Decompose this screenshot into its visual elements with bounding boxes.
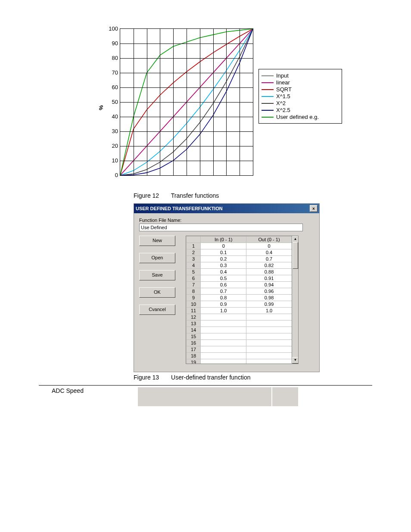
cell-in[interactable]: 0.4	[201, 269, 246, 275]
cell-in[interactable]: 0.5	[201, 275, 246, 282]
table-row[interactable]: 111.01.0	[187, 308, 292, 314]
scroll-up-icon[interactable]: ▲	[292, 236, 299, 243]
table-row[interactable]: 90.80.98	[187, 295, 292, 301]
table-row[interactable]: 60.50.91	[187, 275, 292, 282]
cell-in[interactable]: 0.8	[201, 295, 246, 301]
cell-out[interactable]	[246, 359, 292, 364]
cell-out[interactable]	[246, 340, 292, 346]
chart-y-axis-label: %	[98, 105, 104, 110]
scroll-down-icon[interactable]: ▼	[292, 357, 299, 364]
legend-label: Input	[276, 72, 289, 79]
table-row[interactable]: 70.60.94	[187, 282, 292, 288]
y-tick-label: 0	[103, 172, 118, 178]
table-row[interactable]: 20.10.4	[187, 249, 292, 256]
user-defined-transfer-dialog: USER DEFINED TRANSFERFUNKTION × Function…	[134, 203, 320, 372]
scroll-thumb[interactable]	[293, 242, 298, 269]
row-number: 10	[187, 301, 201, 308]
cell-out[interactable]: 0.82	[246, 262, 292, 269]
cell-in[interactable]: 0	[201, 243, 246, 249]
cell-in[interactable]: 0.1	[201, 249, 246, 256]
row-number: 15	[187, 333, 201, 340]
legend-label: linear	[276, 79, 290, 86]
cell-in[interactable]	[201, 340, 246, 346]
legend-item: X^1.5	[262, 93, 339, 100]
legend-label: SQRT	[276, 86, 292, 93]
new-button[interactable]: New	[139, 236, 175, 246]
close-button[interactable]: ×	[310, 205, 318, 212]
table-row[interactable]: 18	[187, 353, 292, 359]
cell-in[interactable]	[201, 333, 246, 340]
function-file-name-input[interactable]	[139, 224, 303, 231]
table-row[interactable]: 14	[187, 327, 292, 333]
y-tick-label: 80	[103, 55, 118, 61]
cell-out[interactable]: 0.88	[246, 269, 292, 275]
row-number: 17	[187, 346, 201, 353]
chart-legend: InputlinearSQRTX^1.5X^2X^2.5User defined…	[258, 69, 342, 124]
cell-out[interactable]: 0.94	[246, 282, 292, 288]
cell-in[interactable]: 0.6	[201, 282, 246, 288]
cell-in[interactable]	[201, 346, 246, 353]
save-button[interactable]: Save	[139, 270, 175, 280]
cell-out[interactable]: 1.0	[246, 308, 292, 314]
table-row[interactable]: 40.30.82	[187, 262, 292, 269]
y-tick-label: 20	[103, 143, 118, 149]
row-number: 12	[187, 314, 201, 320]
cell-out[interactable]: 0.91	[246, 275, 292, 282]
table-row[interactable]: 16	[187, 340, 292, 346]
cell-out[interactable]: 0	[246, 243, 292, 249]
legend-swatch-icon	[262, 110, 274, 111]
cell-in[interactable]: 0.9	[201, 301, 246, 308]
cell-in[interactable]	[201, 359, 246, 364]
table-row[interactable]: 19	[187, 359, 292, 364]
table-row[interactable]: 30.20.7	[187, 256, 292, 262]
cell-out[interactable]	[246, 327, 292, 333]
table-row[interactable]: 100	[187, 243, 292, 249]
open-button[interactable]: Open	[139, 253, 175, 263]
cell-out[interactable]	[246, 314, 292, 320]
table-row[interactable]: 17	[187, 346, 292, 353]
table-row[interactable]: 80.70.96	[187, 288, 292, 295]
row-number: 8	[187, 288, 201, 295]
cancel-button[interactable]: Cvancel	[139, 305, 175, 315]
legend-label: User defined e.g.	[276, 114, 319, 120]
y-tick-label: 90	[103, 40, 118, 47]
ok-button[interactable]: OK	[139, 287, 175, 298]
cell-out[interactable]: 0.98	[246, 295, 292, 301]
function-file-name-label: Function File Name:	[139, 218, 314, 223]
cell-in[interactable]	[201, 314, 246, 320]
cell-out[interactable]: 0.4	[246, 249, 292, 256]
cell-in[interactable]: 1.0	[201, 308, 246, 314]
vertical-scrollbar[interactable]: ▲ ▼	[292, 236, 298, 364]
cell-in[interactable]	[201, 353, 246, 359]
transfer-function-table[interactable]: In (0 - 1) Out (0 - 1) 10020.10.430.20.7…	[186, 236, 299, 364]
table-row[interactable]: 12	[187, 314, 292, 320]
row-number: 18	[187, 353, 201, 359]
table-row[interactable]: 13	[187, 320, 292, 327]
row-number: 6	[187, 275, 201, 282]
cell-in[interactable]: 0.7	[201, 288, 246, 295]
cell-in[interactable]: 0.2	[201, 256, 246, 262]
table-row[interactable]: 100.90.99	[187, 301, 292, 308]
cell-out[interactable]	[246, 346, 292, 353]
cell-out[interactable]	[246, 353, 292, 359]
row-number: 2	[187, 249, 201, 256]
cell-in[interactable]: 0.3	[201, 262, 246, 269]
row-number: 4	[187, 262, 201, 269]
column-header-in: In (0 - 1)	[201, 236, 246, 243]
table-row[interactable]: 50.40.88	[187, 269, 292, 275]
cell-out[interactable]	[246, 320, 292, 327]
adc-speed-content-placeholder	[138, 387, 298, 406]
cell-out[interactable]	[246, 333, 292, 340]
y-tick-label: 70	[103, 69, 118, 76]
cell-in[interactable]	[201, 327, 246, 333]
y-tick-label: 60	[103, 84, 118, 90]
row-number: 9	[187, 295, 201, 301]
cell-out[interactable]: 0.96	[246, 288, 292, 295]
cell-out[interactable]: 0.99	[246, 301, 292, 308]
column-header-out: Out (0 - 1)	[246, 236, 292, 243]
table-row[interactable]: 15	[187, 333, 292, 340]
row-number: 14	[187, 327, 201, 333]
cell-in[interactable]	[201, 320, 246, 327]
cell-out[interactable]: 0.7	[246, 256, 292, 262]
row-number: 5	[187, 269, 201, 275]
